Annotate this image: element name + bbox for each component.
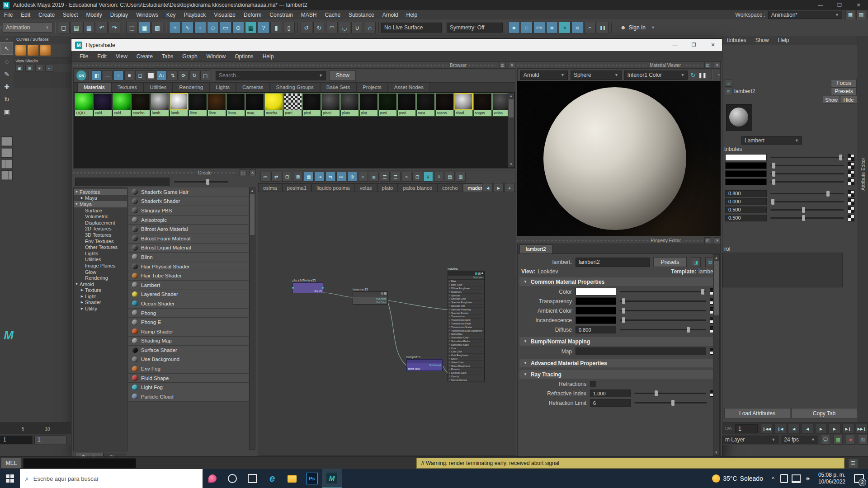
section-common-material[interactable]: ▼ Common Material Properties xyxy=(519,277,718,286)
section-advanced-material[interactable]: ▼ Advanced Material Properties xyxy=(519,359,718,367)
close-panel-icon[interactable]: ✕ xyxy=(249,169,256,176)
material-swatch[interactable]: pied... xyxy=(302,93,321,117)
create-node-item[interactable]: Bifrost Aero Material xyxy=(128,225,249,234)
refractive-index-slider[interactable] xyxy=(634,393,706,394)
refraction-limit-slider[interactable] xyxy=(634,402,707,404)
scale-tool-icon[interactable]: ▣ xyxy=(1,106,13,118)
create-node-item[interactable]: Surface Shader xyxy=(128,346,249,355)
play-forward-icon[interactable]: ▶ xyxy=(815,424,827,434)
swatch-small-icon[interactable]: ▫ xyxy=(113,70,123,80)
menu-item[interactable]: File xyxy=(75,53,93,60)
current-frame-field[interactable]: 1 xyxy=(735,424,758,433)
clock[interactable]: 05:08 p. m. 10/06/2022 xyxy=(818,472,845,485)
create-category[interactable]: ▼Arnold xyxy=(74,281,127,287)
panel-light-icon[interactable]: ☀ xyxy=(35,65,43,72)
swatch-medium-icon[interactable]: ◽ xyxy=(124,70,134,80)
create-category[interactable]: Glow xyxy=(74,269,127,275)
close-panel-icon[interactable]: ✕ xyxy=(509,62,515,69)
menu-item[interactable]: Modify xyxy=(82,12,106,18)
taskbar-search[interactable]: ⌕ Escribe aquí para buscar xyxy=(20,469,203,488)
clear-graph-icon[interactable]: ⊠ xyxy=(293,172,303,182)
hypershade-titlebar[interactable]: M Hypershade — ❐ ✕ xyxy=(71,39,722,51)
attribute-slider[interactable] xyxy=(770,173,844,174)
slider-handle[interactable] xyxy=(687,327,690,333)
create-category[interactable]: Utilities xyxy=(74,257,127,263)
snap-toggle-icon[interactable]: ⌗ xyxy=(434,172,444,182)
create-node-item[interactable]: Use Background xyxy=(128,355,249,365)
ipr-render-icon[interactable]: IPR xyxy=(533,22,545,33)
slider-handle[interactable] xyxy=(772,179,775,185)
anim-prefs-icon[interactable]: ⚿ xyxy=(858,435,868,445)
menu-item[interactable]: Constrain xyxy=(265,12,297,18)
launch-render-settings-icon[interactable]: ⊚ xyxy=(559,22,571,33)
select-component-icon[interactable]: ▩ xyxy=(151,22,163,33)
attribute-slider[interactable] xyxy=(620,300,706,302)
mel-toggle-button[interactable]: MEL xyxy=(1,458,22,469)
weather-sun-icon[interactable] xyxy=(709,469,723,488)
collapse-icon[interactable]: — xyxy=(103,70,113,80)
swatch-render-on-button[interactable]: ON xyxy=(76,70,86,80)
fps-dropdown[interactable]: 24 fps▼ xyxy=(781,436,818,444)
edge-icon[interactable]: e xyxy=(262,469,282,488)
attribute-slider[interactable] xyxy=(770,193,844,194)
maximize-icon[interactable]: ❐ xyxy=(830,0,849,10)
panel-grid-icon[interactable]: ⊞ xyxy=(25,65,33,72)
additive-graph-icon[interactable]: ⇄ xyxy=(271,172,281,182)
renderer-dropdown[interactable]: Arnold▼ xyxy=(520,70,568,80)
select-tool-icon[interactable]: ↖ xyxy=(0,42,13,55)
create-node-item[interactable]: Stingray PBS xyxy=(128,206,249,216)
task-view-icon[interactable] xyxy=(242,469,262,488)
swatch-size-slider[interactable] xyxy=(174,181,228,183)
create-node-item[interactable]: Hair Physical Shader xyxy=(128,262,249,272)
node-brownian[interactable]: brownian13 Out Alpha Out Color xyxy=(353,288,388,305)
swatch-large-icon[interactable]: ◻ xyxy=(135,70,145,80)
refraction-limit-input[interactable]: 6 xyxy=(590,399,631,407)
attribute-slider[interactable] xyxy=(770,217,844,219)
refractions-checkbox[interactable] xyxy=(590,381,596,387)
menu-item[interactable]: File xyxy=(0,12,17,18)
shelf-tab[interactable]: Curves / Surfaces xyxy=(16,37,49,42)
material-swatch[interactable]: sogas xyxy=(473,93,492,117)
property-editor-tab[interactable]: lambert2 xyxy=(519,244,552,253)
panel-menu-text[interactable]: View Shadin xyxy=(15,59,38,63)
bookmark-icon[interactable]: ▤ xyxy=(445,172,455,182)
snap-projected-center-icon[interactable]: ◇ xyxy=(207,22,219,33)
refractive-index-input[interactable]: 1.000 xyxy=(590,389,631,397)
material-swatch[interactable]: piso1 xyxy=(321,93,340,117)
menu-item[interactable]: Edit xyxy=(17,12,34,18)
load-attributes-button[interactable]: Load Attributes xyxy=(724,408,790,418)
menu-item[interactable]: Visualize xyxy=(210,12,240,18)
slider-handle[interactable] xyxy=(839,155,842,160)
snap-curve-icon[interactable]: ∿ xyxy=(182,22,193,33)
graph-tab[interactable]: velas xyxy=(355,183,377,192)
curve-b-icon[interactable]: ◡ xyxy=(339,22,350,33)
material-swatch[interactable]: posi... xyxy=(378,93,397,117)
menu-item[interactable]: MASH xyxy=(297,12,321,18)
filter-icon[interactable]: ▢ xyxy=(200,70,210,80)
create-category[interactable]: Other Textures xyxy=(74,244,127,250)
create-category[interactable]: 3D Textures xyxy=(74,232,127,238)
attribute-slider[interactable] xyxy=(770,157,844,158)
material-swatch[interactable]: parti... xyxy=(283,93,302,117)
create-category[interactable]: Surface xyxy=(74,207,127,214)
create-node-item[interactable]: Shading Map xyxy=(128,337,249,346)
create-category[interactable]: 2D Textures xyxy=(74,226,127,232)
create-node-item[interactable]: Fluid Shape xyxy=(128,374,249,383)
snap-grid-icon[interactable]: + xyxy=(169,22,181,33)
range-min-field[interactable]: 1 xyxy=(34,436,67,444)
sign-in-button[interactable]: ☻ Sign In ▼ xyxy=(620,24,655,31)
menu-item[interactable]: Edit xyxy=(93,53,111,60)
create-node-item[interactable]: Hair Tube Shader xyxy=(128,271,249,281)
map-checker-icon[interactable] xyxy=(848,198,854,205)
speech-bubble-icon[interactable]: 🗩 xyxy=(821,435,830,445)
save-scene-icon[interactable]: ▦ xyxy=(83,22,95,33)
minimize-icon[interactable]: — xyxy=(665,39,684,51)
search-nodes-icon[interactable]: ○ xyxy=(401,172,411,182)
property-scrollbar[interactable]: ▲ ▼ xyxy=(713,254,720,456)
play-backwards-icon[interactable]: ◀ xyxy=(802,424,813,434)
show-connected-attrs-icon[interactable]: ≣ xyxy=(369,172,379,182)
map-checker-icon[interactable] xyxy=(848,170,854,177)
material-swatch[interactable]: libro... xyxy=(208,93,226,117)
attribute-slider[interactable] xyxy=(620,310,706,311)
snap-view-plane-icon[interactable]: ▭ xyxy=(220,22,231,33)
